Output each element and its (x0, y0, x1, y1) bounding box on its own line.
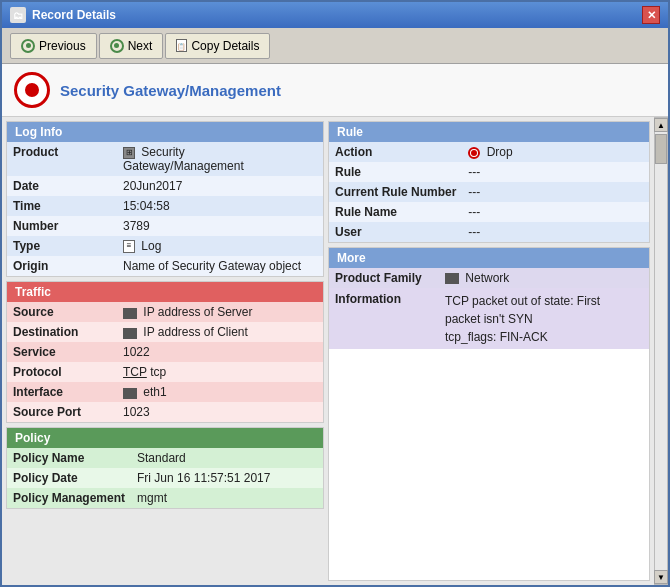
number-value: 3789 (117, 216, 323, 236)
close-button[interactable]: ✕ (642, 6, 660, 24)
log-info-section: Log Info Product ⊞ SecurityGateway/Manag… (6, 121, 324, 277)
title-bar-left: 🗂 Record Details (10, 7, 116, 23)
current-rule-number-label: Current Rule Number (329, 182, 462, 202)
rule-name-value: --- (462, 202, 649, 222)
rule-label: Rule (329, 162, 462, 182)
protocol-value: TCP tcp (117, 362, 323, 382)
table-row: Policy Management mgmt (7, 488, 323, 508)
destination-value: IP address of Client (117, 322, 323, 342)
table-row: Source Port 1023 (7, 402, 323, 422)
table-row: User --- (329, 222, 649, 242)
title-bar: 🗂 Record Details ✕ (2, 2, 668, 28)
scroll-thumb[interactable] (655, 134, 667, 164)
table-row: Action Drop (329, 142, 649, 162)
table-row: Date 20Jun2017 (7, 176, 323, 196)
policy-table: Policy Name Standard Policy Date Fri Jun… (7, 448, 323, 508)
table-row: Protocol TCP tcp (7, 362, 323, 382)
rule-value: --- (462, 162, 649, 182)
table-row: Current Rule Number --- (329, 182, 649, 202)
record-header: Security Gateway/Management (2, 64, 668, 117)
toolbar: Previous Next 📋 Copy Details (2, 28, 668, 64)
previous-icon (21, 39, 35, 53)
current-rule-number-value: --- (462, 182, 649, 202)
source-label: Source (7, 302, 117, 322)
product-label: Product (7, 142, 117, 176)
table-row: Interface eth1 (7, 382, 323, 402)
source-value: IP address of Server (117, 302, 323, 322)
action-value: Drop (462, 142, 649, 162)
table-row: Time 15:04:58 (7, 196, 323, 216)
source-port-label: Source Port (7, 402, 117, 422)
log-info-table: Product ⊞ SecurityGateway/Management Dat… (7, 142, 323, 276)
main-panels: Log Info Product ⊞ SecurityGateway/Manag… (2, 117, 654, 585)
traffic-header: Traffic (7, 282, 323, 302)
protocol-label: Protocol (7, 362, 117, 382)
table-row: Destination IP address of Client (7, 322, 323, 342)
destination-icon (123, 328, 137, 339)
record-logo (14, 72, 50, 108)
information-value: TCP packet out of state: First packet is… (439, 288, 649, 349)
type-icon: ≡ (123, 240, 135, 253)
table-row: Service 1022 (7, 342, 323, 362)
table-row: Source IP address of Server (7, 302, 323, 322)
scroll-up-arrow[interactable]: ▲ (654, 118, 668, 132)
log-info-header: Log Info (7, 122, 323, 142)
copy-details-button[interactable]: 📋 Copy Details (165, 33, 270, 59)
network-icon (445, 273, 459, 284)
table-row: Type ≡ Log (7, 236, 323, 256)
main-content: Log Info Product ⊞ SecurityGateway/Manag… (2, 117, 668, 585)
user-value: --- (462, 222, 649, 242)
product-value: ⊞ SecurityGateway/Management (117, 142, 323, 176)
table-row: Origin Name of Security Gateway object (7, 256, 323, 276)
date-label: Date (7, 176, 117, 196)
rule-table: Action Drop Rule --- (329, 142, 649, 242)
information-label: Information (329, 288, 439, 349)
product-icon: ⊞ (123, 147, 135, 159)
record-details-window: 🗂 Record Details ✕ Previous Next 📋 Copy … (0, 0, 670, 587)
policy-header: Policy (7, 428, 323, 448)
vertical-scrollbar[interactable]: ▲ ▼ (654, 117, 668, 585)
copy-details-label: Copy Details (191, 39, 259, 53)
interface-icon (123, 388, 137, 399)
rule-section: Rule Action Drop Rule (328, 121, 650, 243)
window-title: Record Details (32, 8, 116, 22)
source-port-value: 1023 (117, 402, 323, 422)
source-icon (123, 308, 137, 319)
left-panel: Log Info Product ⊞ SecurityGateway/Manag… (6, 121, 324, 581)
interface-value: eth1 (117, 382, 323, 402)
user-label: User (329, 222, 462, 242)
time-value: 15:04:58 (117, 196, 323, 216)
next-button[interactable]: Next (99, 33, 164, 59)
record-logo-inner (23, 81, 41, 99)
product-family-value: Network (439, 268, 649, 288)
destination-label: Destination (7, 322, 117, 342)
table-row: Product ⊞ SecurityGateway/Management (7, 142, 323, 176)
table-row: Product Family Network (329, 268, 649, 288)
more-table: Product Family Network Information TCP p… (329, 268, 649, 349)
policy-management-label: Policy Management (7, 488, 131, 508)
table-row: Information TCP packet out of state: Fir… (329, 288, 649, 349)
origin-label: Origin (7, 256, 117, 276)
policy-section: Policy Policy Name Standard Policy Date … (6, 427, 324, 509)
table-row: Number 3789 (7, 216, 323, 236)
rule-header: Rule (329, 122, 649, 142)
policy-name-label: Policy Name (7, 448, 131, 468)
window-icon: 🗂 (10, 7, 26, 23)
date-value: 20Jun2017 (117, 176, 323, 196)
table-row: Policy Date Fri Jun 16 11:57:51 2017 (7, 468, 323, 488)
scroll-down-arrow[interactable]: ▼ (654, 570, 668, 584)
record-title: Security Gateway/Management (60, 82, 281, 99)
rule-name-label: Rule Name (329, 202, 462, 222)
protocol-text: TCP (123, 365, 147, 379)
service-label: Service (7, 342, 117, 362)
traffic-table: Source IP address of Server Destination (7, 302, 323, 422)
previous-button[interactable]: Previous (10, 33, 97, 59)
action-label: Action (329, 142, 462, 162)
interface-label: Interface (7, 382, 117, 402)
table-row: Policy Name Standard (7, 448, 323, 468)
time-label: Time (7, 196, 117, 216)
copy-icon: 📋 (176, 39, 187, 52)
radio-icon (468, 147, 480, 159)
content-area: Security Gateway/Management Log Info Pro… (2, 64, 668, 585)
more-header: More (329, 248, 649, 268)
